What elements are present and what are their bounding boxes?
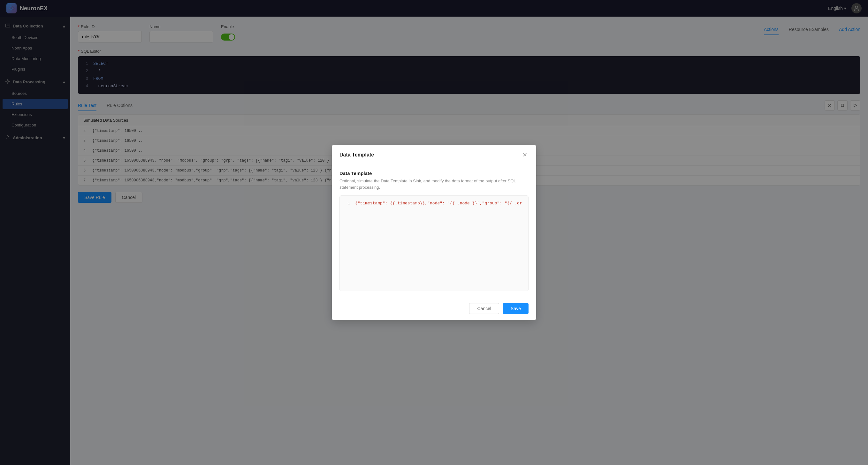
data-template-modal: Data Template ✕ Data Template Optional, … <box>332 145 536 320</box>
modal-description: Optional, simulate the Data Template in … <box>339 178 529 190</box>
modal-section-title: Data Template <box>339 170 529 176</box>
modal-footer: Cancel Save <box>332 298 536 320</box>
modal-editor[interactable]: 1 {"timestamp": {{.timestamp}},"node": "… <box>339 195 529 291</box>
modal-editor-line-1: 1 {"timestamp": {{.timestamp}},"node": "… <box>345 199 523 207</box>
modal-header: Data Template ✕ <box>332 145 536 164</box>
modal-save-button[interactable]: Save <box>503 303 529 314</box>
modal-close-button[interactable]: ✕ <box>521 151 529 159</box>
modal-title: Data Template <box>339 152 374 158</box>
modal-body: Data Template Optional, simulate the Dat… <box>332 164 536 298</box>
modal-overlay[interactable]: Data Template ✕ Data Template Optional, … <box>0 0 868 465</box>
modal-cancel-button[interactable]: Cancel <box>469 303 499 314</box>
